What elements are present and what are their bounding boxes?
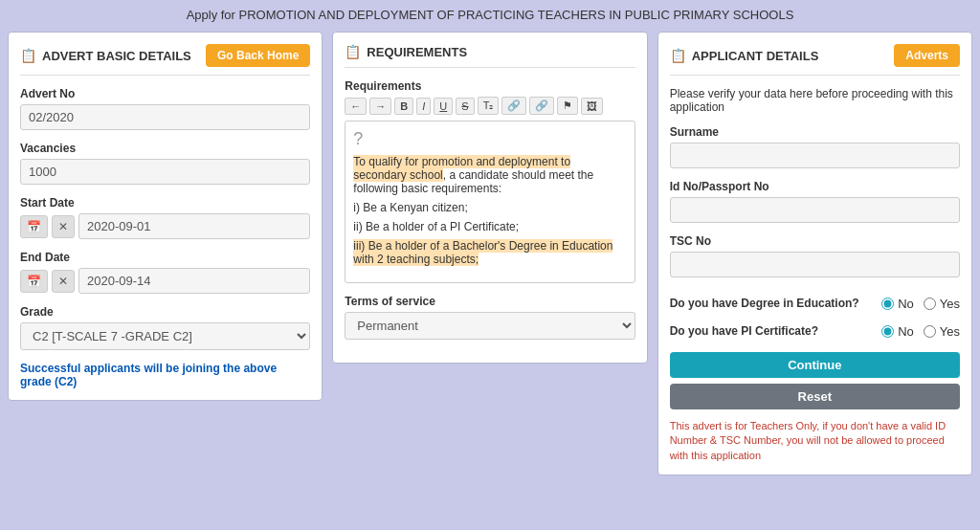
degree-no-option[interactable]: No (881, 297, 914, 311)
reset-button[interactable]: Reset (670, 384, 960, 409)
tsc-label: TSC No (670, 234, 960, 248)
degree-question-label: Do you have Degree in Education? (670, 297, 872, 310)
grade-note-prefix: Successful applicants (20, 362, 141, 375)
terms-label: Terms of service (345, 295, 635, 308)
advert-no-label: Advert No (20, 87, 310, 100)
pi-yes-label: Yes (940, 324, 960, 339)
toolbar-undo[interactable]: ← (345, 98, 367, 115)
pi-no-label: No (898, 324, 914, 339)
req-label: Requirements (345, 79, 635, 93)
terms-field-group: Terms of service PermanentContractTempor… (345, 295, 635, 340)
start-date-label: Start Date (20, 196, 310, 210)
req-placeholder: ? (353, 129, 626, 149)
req-line-3: ii) Be a holder of a PI Certificate; (353, 220, 626, 233)
req-field-group: Requirements ← → B I U S T₂ 🔗 🔗 ⚑ 🖼 ? To… (345, 79, 635, 283)
tsc-group: TSC No (670, 234, 960, 285)
advert-panel-title: 📋 ADVERT BASIC DETAILS (20, 48, 191, 63)
adverts-button[interactable]: Adverts (894, 44, 960, 67)
vacancies-label: Vacancies (20, 142, 310, 155)
advert-panel-label: ADVERT BASIC DETAILS (42, 49, 191, 63)
vacancies-input[interactable] (20, 159, 310, 185)
surname-label: Surname (670, 125, 960, 139)
warning-note: This advert is for Teachers Only, if you… (670, 419, 960, 463)
applicant-panel-label: APPLICANT DETAILS (692, 49, 819, 63)
req-line-2: i) Be a Kenyan citizen; (353, 201, 626, 214)
degree-no-radio[interactable] (881, 298, 894, 310)
toolbar-flag[interactable]: ⚑ (557, 97, 578, 115)
pi-no-option[interactable]: No (881, 324, 914, 339)
applicant-panel-icon: 📋 (670, 48, 686, 63)
toolbar-strikethrough[interactable]: S (456, 98, 474, 115)
applicant-panel-header: 📋 APPLICANT DETAILS Adverts (670, 44, 960, 76)
degree-yes-label: Yes (940, 297, 960, 311)
end-date-calendar-button[interactable]: 📅 (20, 270, 48, 293)
pi-no-radio[interactable] (881, 325, 894, 338)
grade-note: Successful applicants will be joining th… (20, 362, 310, 388)
applicant-panel-title: 📋 APPLICANT DETAILS (670, 48, 819, 63)
toolbar-link[interactable]: 🔗 (501, 97, 526, 115)
end-date-clear-button[interactable]: ✕ (52, 270, 75, 293)
terms-select[interactable]: PermanentContractTemporary (345, 312, 635, 340)
pi-question-label: Do you have PI Certificate? (670, 324, 872, 338)
surname-input[interactable] (670, 143, 960, 168)
toolbar-unlink[interactable]: 🔗 (529, 97, 554, 115)
start-date-group: Start Date 📅 ✕ (20, 196, 310, 239)
req-line-1: To qualify for promotion and deployment … (353, 155, 626, 195)
req-line-4: iii) Be a holder of a Bachelor's Degree … (353, 239, 626, 266)
start-date-row: 📅 ✕ (20, 213, 310, 239)
tsc-input[interactable] (670, 252, 960, 277)
pi-radio-group: No Yes (881, 324, 960, 339)
toolbar-subscript[interactable]: T₂ (478, 97, 500, 115)
degree-yes-option[interactable]: Yes (924, 297, 960, 311)
grade-note-highlight: will be joining (141, 362, 220, 375)
pi-question-row: Do you have PI Certificate? No Yes (670, 324, 960, 339)
advert-panel-icon: 📋 (20, 48, 36, 63)
toolbar-underline[interactable]: U (434, 98, 453, 115)
degree-no-label: No (898, 297, 914, 311)
id-label: Id No/Passport No (670, 180, 960, 193)
toolbar-image[interactable]: 🖼 (581, 98, 603, 115)
applicant-panel: 📋 APPLICANT DETAILS Adverts Please verif… (657, 32, 972, 475)
id-input[interactable] (670, 197, 960, 223)
start-date-input[interactable] (78, 213, 310, 239)
end-date-label: End Date (20, 251, 310, 264)
grade-select[interactable]: C2 [T-SCALE 7 -GRADE C2] (20, 322, 310, 350)
page-title: Apply for PROMOTION AND DEPLOYMENT OF PR… (8, 8, 972, 22)
advert-no-input[interactable] (20, 104, 310, 130)
end-date-row: 📅 ✕ (20, 268, 310, 294)
start-date-clear-button[interactable]: ✕ (52, 215, 75, 238)
req-panel-title: 📋 REQUIREMENTS (345, 44, 467, 59)
start-date-calendar-button[interactable]: 📅 (20, 215, 48, 238)
end-date-group: End Date 📅 ✕ (20, 251, 310, 294)
continue-button[interactable]: Continue (670, 352, 960, 378)
vacancies-group: Vacancies (20, 142, 310, 185)
go-back-home-button[interactable]: Go Back Home (206, 44, 310, 67)
degree-radio-group: No Yes (881, 297, 960, 311)
advert-panel: 📋 ADVERT BASIC DETAILS Go Back Home Adve… (8, 32, 323, 401)
grade-label: Grade (20, 305, 310, 319)
req-editor[interactable]: ? To qualify for promotion and deploymen… (345, 121, 635, 283)
advert-panel-header: 📋 ADVERT BASIC DETAILS Go Back Home (20, 44, 310, 76)
req-panel-label: REQUIREMENTS (367, 45, 467, 59)
verify-note: Please verify your data here before proc… (670, 87, 960, 114)
requirements-panel: 📋 REQUIREMENTS Requirements ← → B I U S … (332, 32, 647, 364)
degree-yes-radio[interactable] (924, 298, 936, 310)
end-date-input[interactable] (78, 268, 310, 294)
req-toolbar: ← → B I U S T₂ 🔗 🔗 ⚑ 🖼 (345, 97, 635, 115)
degree-question-row: Do you have Degree in Education? No Yes (670, 297, 960, 311)
pi-yes-option[interactable]: Yes (924, 324, 960, 339)
req-panel-header: 📋 REQUIREMENTS (345, 44, 635, 68)
surname-group: Surname (670, 125, 960, 168)
toolbar-bold[interactable]: B (394, 98, 413, 115)
toolbar-italic[interactable]: I (416, 98, 431, 115)
grade-group: Grade C2 [T-SCALE 7 -GRADE C2] (20, 305, 310, 350)
toolbar-redo[interactable]: → (369, 98, 391, 115)
req-panel-icon: 📋 (345, 44, 361, 59)
id-group: Id No/Passport No (670, 180, 960, 223)
pi-yes-radio[interactable] (924, 325, 936, 338)
advert-no-group: Advert No (20, 87, 310, 130)
